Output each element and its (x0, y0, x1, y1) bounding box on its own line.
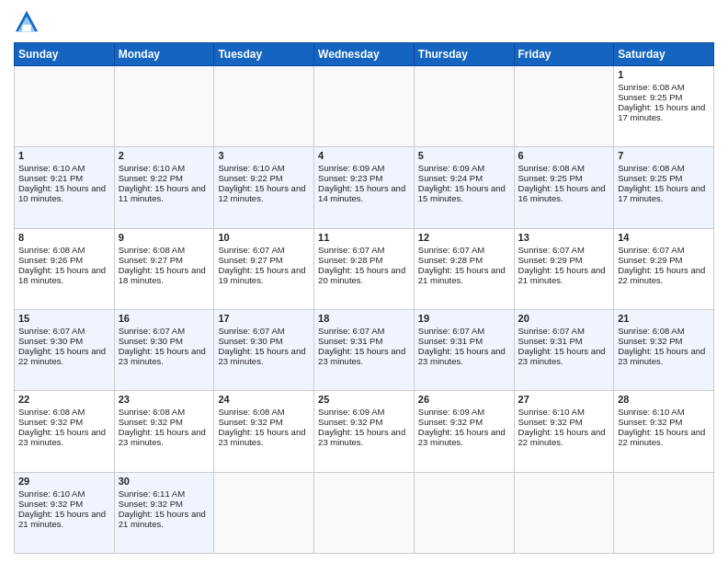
day-number: 7 (618, 150, 710, 161)
daylight-text: Daylight: 15 hours and 23 minutes. (18, 427, 110, 447)
sunrise-text: Sunrise: 6:10 AM (119, 163, 210, 173)
calendar-cell (214, 472, 314, 553)
sunrise-text: Sunrise: 6:10 AM (218, 163, 310, 173)
sunrise-text: Sunrise: 6:08 AM (518, 163, 610, 173)
calendar-cell (614, 472, 714, 553)
sunrise-text: Sunrise: 6:07 AM (318, 326, 410, 336)
sunrise-text: Sunrise: 6:09 AM (418, 163, 510, 173)
calendar-cell: 3Sunrise: 6:10 AMSunset: 9:22 PMDaylight… (214, 147, 314, 228)
day-number: 17 (218, 313, 310, 324)
daylight-text: Daylight: 15 hours and 23 minutes. (119, 427, 210, 447)
day-of-week-thursday: Thursday (414, 43, 514, 66)
day-number: 16 (119, 313, 210, 324)
daylight-text: Daylight: 15 hours and 23 minutes. (518, 346, 610, 366)
day-number: 25 (318, 394, 410, 405)
calendar-cell: 18Sunrise: 6:07 AMSunset: 9:31 PMDayligh… (314, 309, 415, 390)
day-number: 29 (18, 476, 110, 487)
sunset-text: Sunset: 9:27 PM (119, 255, 210, 265)
calendar-cell: 9Sunrise: 6:08 AMSunset: 9:27 PMDaylight… (114, 228, 214, 309)
calendar-cell: 11Sunrise: 6:07 AMSunset: 9:28 PMDayligh… (314, 228, 415, 309)
sunset-text: Sunset: 9:32 PM (618, 336, 710, 346)
calendar-cell: 14Sunrise: 6:07 AMSunset: 9:29 PMDayligh… (614, 228, 714, 309)
week-row-1: 1Sunrise: 6:10 AMSunset: 9:21 PMDaylight… (15, 147, 714, 228)
day-number: 4 (318, 150, 410, 161)
sunset-text: Sunset: 9:29 PM (618, 255, 710, 265)
svg-rect-2 (22, 25, 30, 31)
daylight-text: Daylight: 15 hours and 23 minutes. (119, 346, 210, 366)
calendar-cell: 16Sunrise: 6:07 AMSunset: 9:30 PMDayligh… (114, 309, 214, 390)
sunset-text: Sunset: 9:32 PM (18, 499, 110, 509)
logo-icon (14, 9, 40, 35)
day-number: 2 (119, 150, 210, 161)
calendar-cell: 15Sunrise: 6:07 AMSunset: 9:30 PMDayligh… (15, 309, 115, 390)
calendar-cell: 19Sunrise: 6:07 AMSunset: 9:31 PMDayligh… (414, 309, 514, 390)
daylight-text: Daylight: 15 hours and 22 minutes. (618, 427, 710, 447)
day-of-week-friday: Friday (514, 43, 614, 66)
sunrise-text: Sunrise: 6:08 AM (618, 163, 710, 173)
sunset-text: Sunset: 9:32 PM (418, 417, 510, 427)
day-of-week-monday: Monday (114, 43, 214, 66)
day-number: 26 (418, 394, 510, 405)
calendar-cell (214, 66, 314, 147)
sunrise-text: Sunrise: 6:07 AM (418, 245, 510, 255)
day-number: 21 (618, 313, 710, 324)
day-number: 27 (518, 394, 610, 405)
daylight-text: Daylight: 15 hours and 14 minutes. (318, 183, 410, 203)
sunrise-text: Sunrise: 6:07 AM (418, 326, 510, 336)
week-row-2: 8Sunrise: 6:08 AMSunset: 9:26 PMDaylight… (15, 228, 714, 309)
header (14, 9, 714, 35)
day-number: 1 (18, 150, 110, 161)
calendar-cell: 13Sunrise: 6:07 AMSunset: 9:29 PMDayligh… (514, 228, 614, 309)
daylight-text: Daylight: 15 hours and 21 minutes. (18, 509, 110, 529)
calendar-cell: 25Sunrise: 6:09 AMSunset: 9:32 PMDayligh… (314, 391, 415, 472)
day-number: 18 (318, 313, 410, 324)
calendar-cell: 24Sunrise: 6:08 AMSunset: 9:32 PMDayligh… (214, 391, 314, 472)
sunset-text: Sunset: 9:32 PM (119, 499, 210, 509)
daylight-text: Daylight: 15 hours and 19 minutes. (218, 265, 310, 285)
sunrise-text: Sunrise: 6:09 AM (318, 163, 410, 173)
sunset-text: Sunset: 9:26 PM (18, 255, 110, 265)
day-number: 9 (119, 232, 210, 243)
daylight-text: Daylight: 15 hours and 21 minutes. (119, 509, 210, 529)
calendar-header: SundayMondayTuesdayWednesdayThursdayFrid… (15, 43, 714, 66)
calendar-cell: 21Sunrise: 6:08 AMSunset: 9:32 PMDayligh… (614, 309, 714, 390)
sunrise-text: Sunrise: 6:07 AM (218, 245, 310, 255)
week-row-5: 29Sunrise: 6:10 AMSunset: 9:32 PMDayligh… (15, 472, 714, 553)
week-row-0: 1Sunrise: 6:08 AMSunset: 9:25 PMDaylight… (15, 66, 714, 147)
day-number: 3 (218, 150, 310, 161)
sunset-text: Sunset: 9:31 PM (418, 336, 510, 346)
calendar-cell: 4Sunrise: 6:09 AMSunset: 9:23 PMDaylight… (314, 147, 415, 228)
day-number: 12 (418, 232, 510, 243)
day-number: 14 (618, 232, 710, 243)
day-number: 6 (518, 150, 610, 161)
sunset-text: Sunset: 9:25 PM (618, 92, 710, 102)
day-number: 5 (418, 150, 510, 161)
calendar-cell: 2Sunrise: 6:10 AMSunset: 9:22 PMDaylight… (114, 147, 214, 228)
calendar-cell: 7Sunrise: 6:08 AMSunset: 9:25 PMDaylight… (614, 147, 714, 228)
sunrise-text: Sunrise: 6:08 AM (119, 245, 210, 255)
daylight-text: Daylight: 15 hours and 16 minutes. (518, 183, 610, 203)
sunrise-text: Sunrise: 6:07 AM (518, 326, 610, 336)
daylight-text: Daylight: 15 hours and 22 minutes. (518, 427, 610, 447)
calendar-cell: 22Sunrise: 6:08 AMSunset: 9:32 PMDayligh… (15, 391, 115, 472)
sunset-text: Sunset: 9:30 PM (119, 336, 210, 346)
calendar-cell: 27Sunrise: 6:10 AMSunset: 9:32 PMDayligh… (514, 391, 614, 472)
day-number: 10 (218, 232, 310, 243)
daylight-text: Daylight: 15 hours and 23 minutes. (618, 346, 710, 366)
calendar-body: 1Sunrise: 6:08 AMSunset: 9:25 PMDaylight… (15, 66, 714, 554)
day-number: 13 (518, 232, 610, 243)
sunrise-text: Sunrise: 6:09 AM (318, 407, 410, 417)
day-number: 24 (218, 394, 310, 405)
sunset-text: Sunset: 9:31 PM (518, 336, 610, 346)
sunrise-text: Sunrise: 6:08 AM (119, 407, 210, 417)
daylight-text: Daylight: 15 hours and 17 minutes. (618, 183, 710, 203)
calendar-cell: 17Sunrise: 6:07 AMSunset: 9:30 PMDayligh… (214, 309, 314, 390)
sunset-text: Sunset: 9:32 PM (518, 417, 610, 427)
calendar-cell (314, 472, 415, 553)
day-number: 30 (119, 476, 210, 487)
calendar-table: SundayMondayTuesdayWednesdayThursdayFrid… (14, 42, 714, 554)
sunset-text: Sunset: 9:32 PM (218, 417, 310, 427)
day-of-week-saturday: Saturday (614, 43, 714, 66)
calendar-cell: 29Sunrise: 6:10 AMSunset: 9:32 PMDayligh… (15, 472, 115, 553)
daylight-text: Daylight: 15 hours and 15 minutes. (418, 183, 510, 203)
